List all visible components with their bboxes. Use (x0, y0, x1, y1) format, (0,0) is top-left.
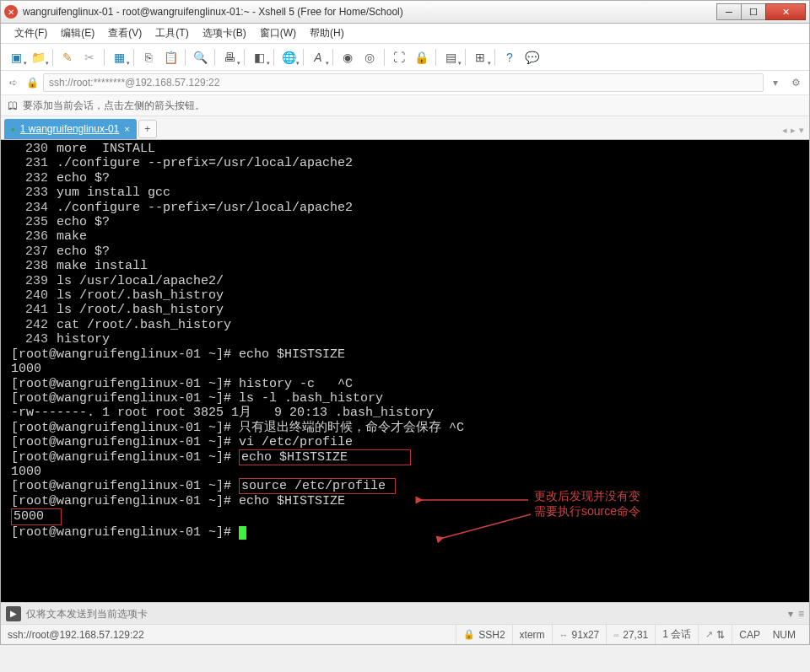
status-connection: ssh://root@192.168.57.129:22 (8, 629, 456, 641)
annotation-arrow-2 (440, 513, 537, 543)
annotation-arrow-1 (418, 493, 537, 507)
status-cap: CAP (739, 629, 760, 641)
title-bar: ✕ wangruifenglinux-01 - root@wangruifeng… (0, 0, 810, 24)
session-arrow-icon[interactable]: ➪ (6, 75, 21, 90)
terminal[interactable]: 230more INSTALL231./configure --prefix=/… (1, 140, 809, 602)
hint-bar: 🕮 要添加当前会话，点击左侧的箭头按钮。 (1, 94, 809, 116)
find-icon[interactable]: 🔍 (190, 47, 210, 67)
send-bar: ▶ ▾ ≡ (1, 602, 809, 624)
menu-tools[interactable]: 工具(T) (148, 24, 195, 42)
tab-close-icon[interactable]: × (124, 124, 129, 134)
bookmark-icon[interactable]: 🕮 (8, 99, 18, 111)
tab-nav: ◂ ▸ ▾ (782, 125, 804, 136)
tab-next-icon[interactable]: ▸ (791, 125, 796, 136)
tab-status-icon: ● (11, 126, 15, 133)
tab-bar: ● 1 wangruifenglinux-01 × + ◂ ▸ ▾ (1, 116, 809, 140)
status-size: 91x27 (572, 629, 600, 641)
menu-help[interactable]: 帮助(H) (303, 24, 351, 42)
lock-small-icon: 🔒 (24, 75, 40, 90)
layout-icon[interactable]: ⊞ (470, 47, 490, 67)
tab-session[interactable]: ● 1 wangruifenglinux-01 × (4, 119, 137, 139)
minimize-button[interactable]: ─ (716, 3, 742, 20)
properties-icon[interactable]: ▦ (109, 47, 129, 67)
send-dropdown-icon[interactable]: ▾ (788, 608, 793, 620)
tab-list-icon[interactable]: ▾ (799, 125, 804, 136)
send-input[interactable] (26, 605, 783, 622)
lock-icon[interactable]: 🔒 (411, 47, 431, 67)
status-link: ⇅ (716, 629, 725, 641)
menu-file[interactable]: 文件(F) (8, 24, 54, 42)
send-icon[interactable]: ▶ (6, 606, 21, 621)
status-cursor: 27,31 (623, 629, 648, 641)
tab-add-button[interactable]: + (138, 120, 157, 138)
link-icon: ↗ (705, 629, 713, 640)
menu-view[interactable]: 查看(V) (101, 24, 148, 42)
cursor-pos-icon: ⎓ (613, 630, 619, 640)
send-toggle-icon[interactable]: ≡ (798, 608, 804, 620)
status-term-type: xterm (512, 625, 552, 644)
menu-edit[interactable]: 编辑(E) (54, 24, 101, 42)
status-bar: ssh://root@192.168.57.129:22 🔒SSH2 xterm… (1, 624, 809, 644)
open-folder-icon[interactable]: 📁 (28, 47, 48, 67)
lock-status-icon: 🔒 (463, 629, 475, 640)
language-icon[interactable]: 🌐 (278, 47, 299, 67)
paste-icon[interactable]: 📋 (160, 47, 181, 67)
color-scheme-icon[interactable]: ◧ (249, 47, 269, 67)
windows-icon[interactable]: ▤ (440, 47, 461, 67)
status-protocol: SSH2 (478, 629, 505, 641)
copy-icon[interactable]: ⎘ (138, 47, 159, 67)
fullscreen-icon[interactable]: ⛶ (389, 47, 409, 67)
help-icon[interactable]: ? (500, 47, 520, 67)
print-icon[interactable]: 🖶 (219, 47, 240, 67)
size-icon: ↔ (559, 630, 569, 640)
svg-line-1 (443, 514, 531, 538)
address-input[interactable] (43, 73, 764, 92)
menu-tab[interactable]: 选项卡(B) (196, 24, 253, 42)
annotation-1: 更改后发现并没有变 (534, 489, 640, 503)
reconnect-icon[interactable]: ✎ (57, 47, 78, 67)
address-options-icon[interactable]: ⚙ (787, 74, 804, 91)
app-icon: ✕ (4, 5, 18, 19)
font-icon[interactable]: A (308, 47, 328, 67)
disconnect-icon[interactable]: ✂ (79, 47, 100, 67)
tab-label: 1 wangruifenglinux-01 (20, 123, 119, 135)
status-num: NUM (773, 629, 796, 641)
address-dropdown-icon[interactable]: ▾ (767, 74, 784, 91)
window-title: wangruifenglinux-01 - root@wangruifengli… (23, 6, 717, 18)
annotation-2: 需要执行source命令 (534, 504, 640, 519)
tab-prev-icon[interactable]: ◂ (782, 125, 787, 136)
status-sessions: 1 会话 (655, 625, 698, 644)
address-bar: ➪ 🔒 ▾ ⚙ (1, 71, 809, 94)
new-session-icon[interactable]: ▣ (6, 47, 26, 67)
menu-window[interactable]: 窗口(W) (253, 24, 303, 42)
toolbar: ▣ 📁 ✎ ✂ ▦ ⎘ 📋 🔍 🖶 ◧ 🌐 A ◉ ◎ ⛶ 🔒 ▤ ⊞ ? 💬 (1, 44, 809, 71)
feedback-icon[interactable]: 💬 (521, 47, 542, 67)
close-button[interactable]: ✕ (765, 3, 806, 20)
menu-bar: 文件(F) 编辑(E) 查看(V) 工具(T) 选项卡(B) 窗口(W) 帮助(… (1, 24, 809, 44)
xftp-icon[interactable]: ◎ (359, 47, 380, 67)
maximize-button[interactable]: ☐ (741, 3, 766, 20)
xagent-icon[interactable]: ◉ (338, 47, 358, 67)
hint-text: 要添加当前会话，点击左侧的箭头按钮。 (23, 99, 205, 113)
